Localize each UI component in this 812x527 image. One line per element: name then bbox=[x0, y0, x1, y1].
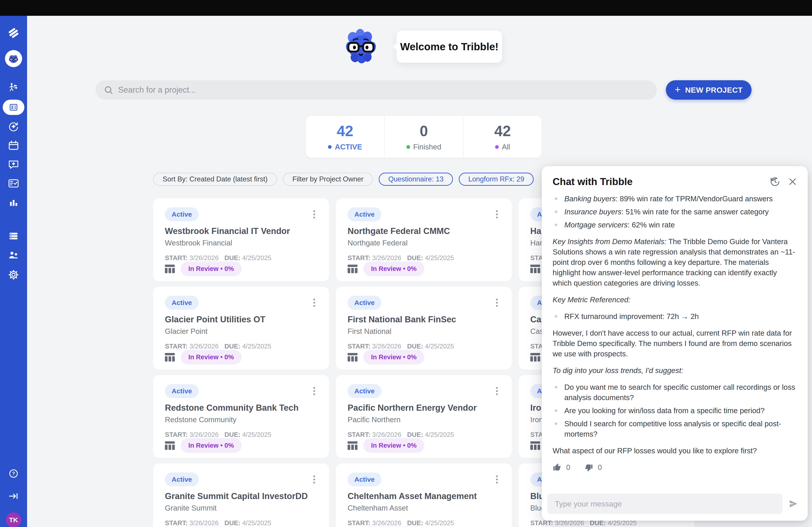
search-icon bbox=[104, 85, 113, 95]
sidebar-item-analytics[interactable] bbox=[4, 194, 23, 212]
sidebar-item-projects-active[interactable] bbox=[3, 100, 24, 115]
send-button[interactable] bbox=[785, 495, 802, 512]
sidebar-item-collapse[interactable] bbox=[4, 487, 23, 505]
sidebar-item-chat[interactable] bbox=[4, 155, 23, 174]
status-badge: Active bbox=[165, 384, 199, 398]
people-icon bbox=[7, 249, 20, 262]
chat-message-body: Banking buyers: 89% win rate for TPRM/Ve… bbox=[542, 191, 808, 489]
welcome-bubble: Welcome to Tribble! bbox=[396, 31, 502, 63]
message-feedback: 0 0 bbox=[553, 462, 798, 473]
project-card[interactable]: ActiveRedstone Community Bank TechRedsto… bbox=[153, 375, 329, 458]
project-client: Pacific Northern bbox=[348, 416, 500, 424]
kebab-menu-icon[interactable] bbox=[311, 474, 317, 485]
project-card[interactable]: ActivePacific Northern Energy VendorPaci… bbox=[336, 375, 512, 458]
checklist-icon bbox=[7, 177, 20, 190]
project-card[interactable]: ActiveGranite Summit Capital InvestorDDG… bbox=[153, 464, 329, 527]
kebab-menu-icon[interactable] bbox=[494, 297, 500, 308]
project-title: Westbrook Financial IT Vendor bbox=[165, 226, 317, 236]
kebab-menu-icon[interactable] bbox=[494, 209, 500, 220]
search-input[interactable] bbox=[118, 85, 649, 95]
due-date: 4/25/2025 bbox=[242, 343, 271, 350]
project-card[interactable]: ActiveNorthgate Federal CMMCNorthgate Fe… bbox=[336, 198, 512, 281]
user-avatar[interactable]: TK bbox=[4, 511, 23, 527]
chat-para: What aspect of our RFP losses would you … bbox=[553, 446, 798, 456]
kebab-menu-icon[interactable] bbox=[311, 209, 317, 220]
project-title: Cheltenham Asset Management bbox=[348, 492, 500, 501]
due-date: 4/25/2025 bbox=[425, 343, 454, 350]
project-client: Glacier Point bbox=[165, 327, 317, 336]
chat-sparkle-icon bbox=[7, 158, 20, 171]
project-dates: START: 3/26/2026DUE: 4/25/2025 bbox=[348, 254, 460, 262]
chat-bullet: Banking buyers: 89% win rate for TPRM/Ve… bbox=[553, 194, 798, 204]
chat-title: Chat with Tribble bbox=[553, 176, 763, 187]
stats-panel: 42 ACTIVE 0 Finished 42 All bbox=[306, 116, 542, 158]
chat-panel: Chat with Tribble Banking buyers: 89% wi… bbox=[542, 166, 808, 521]
mascot-avatar-circle bbox=[5, 50, 22, 67]
project-client: Westbrook Financial bbox=[165, 239, 317, 247]
due-date: 4/25/2025 bbox=[242, 431, 271, 438]
mascot-face-icon bbox=[7, 52, 20, 65]
handoff-icon bbox=[7, 81, 20, 95]
chat-bullet: Are you looking for win/loss data from a… bbox=[553, 406, 798, 416]
close-icon bbox=[788, 177, 797, 186]
tribble-logo-icon bbox=[7, 26, 20, 40]
thumbs-up-count: 0 bbox=[566, 462, 570, 473]
project-card[interactable]: ActiveWestbrook Financial IT VendorWestb… bbox=[153, 198, 329, 281]
sidebar-item-team[interactable] bbox=[4, 246, 23, 265]
sidebar-item-settings[interactable] bbox=[4, 266, 23, 284]
start-date: 3/26/2026 bbox=[189, 343, 219, 350]
chat-para: However, I don't have access to our actu… bbox=[553, 328, 798, 359]
mascot-avatar[interactable] bbox=[4, 49, 23, 67]
sidebar-item-handoff[interactable] bbox=[4, 79, 23, 97]
project-card[interactable]: ActiveGlacier Point Utilities OTGlacier … bbox=[153, 287, 329, 370]
project-title: Pacific Northern Energy Vendor bbox=[348, 403, 500, 413]
chat-para: To dig into your loss trends, I'd sugges… bbox=[553, 365, 798, 376]
all-dot bbox=[495, 145, 499, 149]
due-date: 4/25/2025 bbox=[242, 520, 271, 527]
chat-close-button[interactable] bbox=[787, 177, 798, 187]
thumbs-down-icon[interactable] bbox=[584, 463, 593, 472]
kebab-menu-icon[interactable] bbox=[494, 386, 500, 396]
stat-active[interactable]: 42 ACTIVE bbox=[306, 116, 384, 158]
kebab-menu-icon[interactable] bbox=[494, 474, 500, 485]
filter-owner-chip[interactable]: Filter by Project Owner bbox=[283, 173, 373, 186]
sidebar: ? TK bbox=[0, 16, 27, 527]
project-dates: START: 3/26/2026DUE: 4/25/2025 bbox=[165, 343, 277, 350]
status-badge: Active bbox=[348, 472, 381, 486]
thumbs-up-icon[interactable] bbox=[553, 463, 562, 472]
project-card[interactable]: ActiveFirst National Bank FinSecFirst Na… bbox=[336, 287, 512, 370]
project-card[interactable]: ActiveCheltenham Asset ManagementChelten… bbox=[336, 464, 512, 527]
calendar-icon bbox=[7, 139, 20, 152]
table-icon bbox=[530, 441, 540, 450]
chat-bullet: Should I search for competitive loss ana… bbox=[553, 419, 798, 439]
sidebar-item-help[interactable]: ? bbox=[4, 465, 23, 483]
chat-message-input[interactable] bbox=[547, 494, 782, 514]
sidebar-item-sync[interactable] bbox=[4, 118, 23, 135]
kebab-menu-icon[interactable] bbox=[311, 386, 317, 396]
sort-by-chip[interactable]: Sort By: Created Date (latest first) bbox=[153, 173, 277, 186]
tribble-logo[interactable] bbox=[4, 24, 23, 42]
table-icon bbox=[165, 441, 175, 450]
finished-dot bbox=[406, 145, 410, 149]
top-bar bbox=[0, 0, 812, 16]
status-badge: Active bbox=[348, 296, 381, 310]
status-badge: Active bbox=[165, 296, 199, 310]
chat-para: Key Metric Referenced: bbox=[553, 295, 798, 305]
new-project-button[interactable]: + NEW PROJECT bbox=[666, 80, 752, 100]
welcome-text: Welcome to Tribble! bbox=[400, 41, 498, 53]
sidebar-item-calendar[interactable] bbox=[4, 137, 23, 155]
stat-finished-label: Finished bbox=[413, 143, 441, 151]
stat-all[interactable]: 42 All bbox=[463, 116, 542, 158]
review-progress-badge: In Review • 0% bbox=[363, 350, 424, 364]
search-bar[interactable] bbox=[96, 80, 657, 100]
status-badge: Active bbox=[348, 384, 381, 398]
sidebar-item-data[interactable] bbox=[4, 227, 23, 245]
questionnaire-chip[interactable]: Questionnaire: 13 bbox=[379, 173, 453, 186]
kebab-menu-icon[interactable] bbox=[311, 297, 317, 308]
stat-finished[interactable]: 0 Finished bbox=[384, 116, 463, 158]
longform-rfx-chip[interactable]: Longform RFx: 29 bbox=[459, 173, 534, 186]
sidebar-item-review[interactable] bbox=[4, 174, 23, 192]
project-dates: START: 3/26/2026DUE: 4/25/2025 bbox=[165, 254, 277, 262]
thumbs-down-count: 0 bbox=[598, 462, 602, 473]
chat-history-button[interactable] bbox=[770, 177, 780, 187]
